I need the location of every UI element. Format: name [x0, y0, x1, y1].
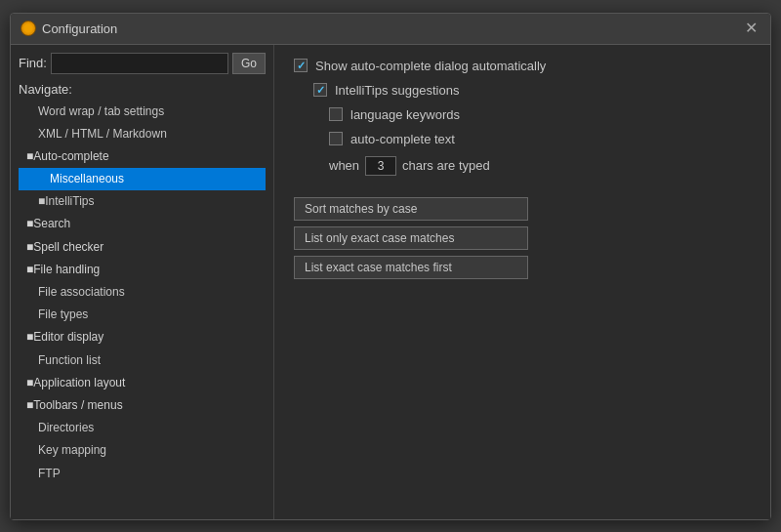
when-row: when chars are typed — [294, 156, 751, 176]
show-autocomplete-label: Show auto-complete dialog automatically — [315, 59, 546, 73]
intellitips-row: IntelliTips suggestions — [294, 83, 751, 98]
language-keywords-row: language keywords — [294, 107, 751, 122]
title-bar-left: Configuration — [21, 20, 117, 36]
list-exact-first-label: List exact case matches first — [305, 261, 452, 274]
tree-item-word-wrap[interactable]: Word wrap / tab settings — [19, 101, 266, 123]
chars-input[interactable] — [365, 156, 396, 176]
sort-matches-button[interactable]: Sort matches by case — [294, 197, 528, 221]
tree-item-toolbars-menus[interactable]: ■Toolbars / menus — [19, 394, 266, 417]
auto-complete-text-checkbox[interactable] — [329, 132, 343, 145]
close-button[interactable]: ✕ — [741, 19, 760, 38]
intellitips-checkbox[interactable] — [313, 83, 327, 97]
tree-item-spell-checker[interactable]: ■Spell checker — [19, 236, 266, 259]
tree-item-editor-display[interactable]: ■Editor display — [19, 326, 266, 348]
go-button[interactable]: Go — [232, 53, 266, 74]
when-label: when — [329, 158, 359, 173]
right-panel: Show auto-complete dialog automatically … — [274, 45, 770, 519]
tree-item-ftp[interactable]: FTP — [19, 463, 266, 485]
content-area: Find: Go Navigate: Word wrap / tab setti… — [11, 45, 770, 519]
tree-item-file-handling[interactable]: ■File handling — [19, 259, 266, 281]
tree-item-intellitips[interactable]: ■IntelliTips — [19, 190, 266, 213]
find-row: Find: Go — [19, 53, 266, 74]
list-exact-case-button[interactable]: List only exact case matches — [294, 226, 528, 250]
tree-item-miscellaneous[interactable]: Miscellaneous — [19, 168, 266, 190]
list-exact-case-label: List only exact case matches — [305, 231, 454, 245]
intellitips-label: IntelliTips suggestions — [335, 83, 459, 98]
chars-label: chars are typed — [402, 158, 490, 173]
title-bar: Configuration ✕ — [11, 14, 770, 45]
show-autocomplete-checkbox[interactable] — [294, 59, 308, 72]
tree-item-application-layout[interactable]: ■Application layout — [19, 372, 266, 394]
configuration-window: Configuration ✕ Find: Go Navigate: Word … — [10, 13, 771, 520]
tree-item-function-list[interactable]: Function list — [19, 349, 266, 372]
language-keywords-label: language keywords — [350, 107, 460, 122]
window-title: Configuration — [42, 21, 117, 36]
tree-item-file-types[interactable]: File types — [19, 304, 266, 326]
auto-complete-text-label: auto-complete text — [350, 132, 455, 146]
tree-item-search[interactable]: ■Search — [19, 213, 266, 235]
app-icon — [21, 20, 36, 36]
nav-tree: Word wrap / tab settings XML / HTML / Ma… — [19, 101, 266, 512]
sort-matches-label: Sort matches by case — [305, 202, 417, 216]
show-autocomplete-row: Show auto-complete dialog automatically — [294, 59, 751, 73]
list-exact-first-button[interactable]: List exact case matches first — [294, 256, 528, 279]
tree-item-file-associations[interactable]: File associations — [19, 281, 266, 304]
auto-complete-text-row: auto-complete text — [294, 132, 751, 146]
find-label: Find: — [19, 56, 47, 70]
left-panel: Find: Go Navigate: Word wrap / tab setti… — [11, 45, 274, 519]
tree-item-key-mapping[interactable]: Key mapping — [19, 439, 266, 462]
navigate-label: Navigate: — [19, 82, 266, 97]
tree-item-directories[interactable]: Directories — [19, 417, 266, 439]
language-keywords-checkbox[interactable] — [329, 107, 343, 121]
tree-item-xml-html[interactable]: XML / HTML / Markdown — [19, 123, 266, 145]
tree-item-auto-complete[interactable]: ■Auto-complete — [19, 145, 266, 168]
find-input[interactable] — [51, 53, 228, 74]
